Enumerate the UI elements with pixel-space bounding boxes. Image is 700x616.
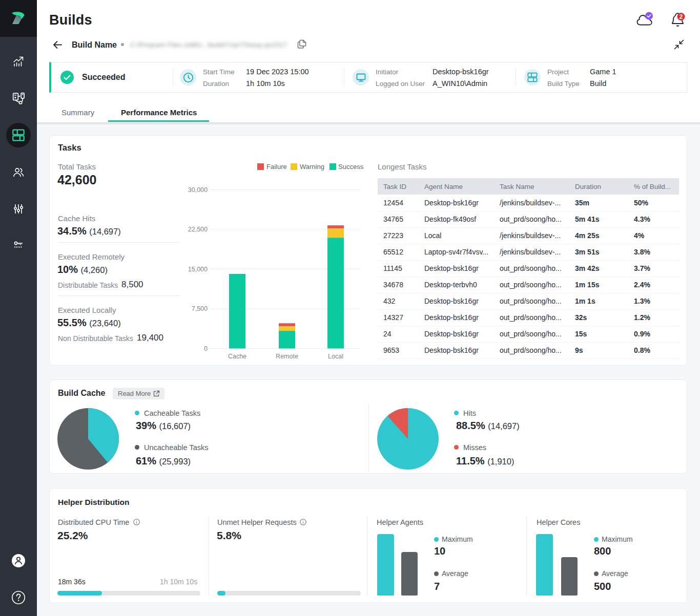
svg-text:Local: Local: [328, 353, 343, 360]
svg-text:Cache: Cache: [228, 353, 246, 360]
svg-text:15,000: 15,000: [188, 266, 208, 273]
svg-text:0: 0: [204, 345, 208, 352]
svg-text:Remote: Remote: [276, 353, 298, 360]
svg-text:2: 2: [680, 13, 683, 20]
svg-text:30,000: 30,000: [188, 186, 208, 194]
svg-text:22,500: 22,500: [188, 226, 208, 233]
svg-text:7,500: 7,500: [192, 305, 208, 312]
